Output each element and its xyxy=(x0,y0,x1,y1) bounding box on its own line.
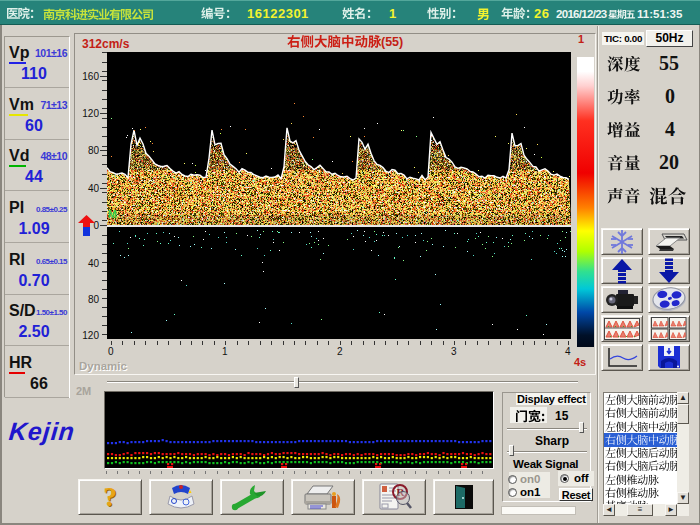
svg-text:M: M xyxy=(108,208,117,220)
